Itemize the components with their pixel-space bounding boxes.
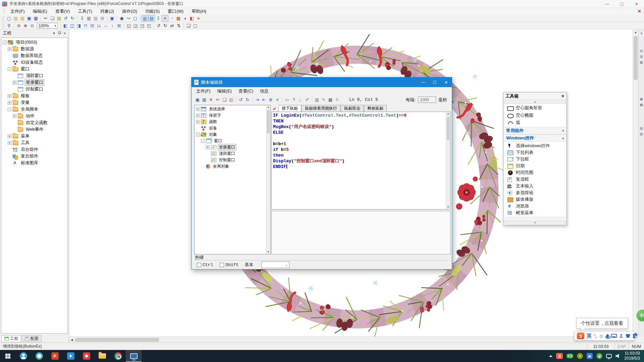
- collapse-icon[interactable]: -: [8, 67, 11, 71]
- project-tree-item-8[interactable]: +模板: [1, 93, 67, 99]
- bring-front-button[interactable]: ◱: [125, 22, 132, 29]
- taskbar-app-contacts[interactable]: [15, 350, 31, 362]
- sogou-logo-icon[interactable]: S: [577, 333, 584, 339]
- panel-tab-config[interactable]: 配置: [22, 335, 42, 342]
- minimize-button[interactable]: —: [600, 0, 614, 8]
- outdent-button[interactable]: ⇤: [261, 97, 267, 103]
- script-redo-button[interactable]: ↻: [244, 97, 251, 103]
- toolbox-control-6[interactable]: 文本输入: [504, 183, 566, 189]
- zoom-out-button[interactable]: ⊖: [15, 22, 22, 29]
- pin-view-button[interactable]: ⚲: [6, 22, 12, 29]
- script-tree-item-8[interactable]: 控制窗口: [195, 157, 270, 163]
- package-button[interactable]: ▩: [175, 15, 182, 21]
- toolbox-section-windows[interactable]: Windows控件 ▴: [503, 134, 567, 142]
- emoji-icon[interactable]: ☺: [599, 334, 604, 339]
- same-height-button[interactable]: ↕: [109, 22, 116, 29]
- code-line[interactable]: MsgBox("用户名或密码错误"): [273, 124, 445, 130]
- dock-tool-6[interactable]: ▨: [640, 126, 643, 130]
- expand-icon[interactable]: +: [196, 120, 200, 124]
- tree-scrollbar[interactable]: ▲ ▼: [266, 105, 270, 254]
- toolbox-control-2[interactable]: 下拉框: [504, 156, 566, 163]
- dock-tool-7[interactable]: ▧: [640, 132, 643, 136]
- collapse-icon[interactable]: -: [8, 108, 11, 111]
- script-cut-button[interactable]: ✂: [214, 97, 221, 103]
- panel-pin-icon[interactable]: [57, 31, 62, 36]
- code-line[interactable]: Display("控制窗口and顶部窗口"): [273, 158, 445, 164]
- dock-scroll-up[interactable]: ▴: [640, 31, 642, 35]
- ime-punctuation-toggle[interactable]: ’,: [594, 334, 596, 339]
- event-tab-3[interactable]: 释放鼠标: [364, 105, 387, 112]
- taskbar-app-video[interactable]: [63, 350, 78, 362]
- script-save-button[interactable]: ▣: [194, 97, 201, 103]
- dialog-maximize-button[interactable]: ☐: [429, 77, 440, 87]
- taskbar-app-media[interactable]: [78, 350, 94, 362]
- dialog-menu-item-3[interactable]: 信息: [257, 88, 272, 94]
- run-system-button[interactable]: ▣: [109, 15, 115, 21]
- grid-button[interactable]: ⊞: [99, 15, 106, 21]
- run-script-button[interactable]: ↯: [334, 97, 340, 103]
- project-tree-item-0[interactable]: -项目(0503): [1, 39, 67, 46]
- window-preview-button[interactable]: ▢: [132, 15, 139, 21]
- shift-checkbox[interactable]: [220, 263, 224, 267]
- copy-button[interactable]: ❏: [49, 15, 56, 21]
- script-undo-button[interactable]: ↺: [237, 97, 244, 103]
- project-tree-item-13[interactable]: Web事件: [1, 126, 67, 133]
- zoom-fit-button[interactable]: ⊙: [29, 22, 36, 29]
- script-tree-item-1[interactable]: +保留字: [195, 112, 270, 119]
- variable-table-button[interactable]: ▦: [86, 15, 92, 21]
- menu-item-8[interactable]: 帮助(H): [187, 8, 210, 15]
- palette-button[interactable]: ◕: [182, 15, 189, 21]
- panel-properties-button[interactable]: ▤: [148, 15, 155, 21]
- event-tab-2[interactable]: 鼠标双击: [341, 105, 364, 112]
- ctrl-checkbox[interactable]: [197, 263, 201, 267]
- tray-speedup-icon[interactable]: +: [577, 353, 583, 359]
- tray-browser-icon[interactable]: e: [596, 353, 602, 359]
- toolbox-shape-2[interactable]: 弧: [504, 119, 566, 126]
- taskbar-app-chrome[interactable]: [110, 350, 126, 362]
- scroll-up-icon[interactable]: ▲: [633, 29, 638, 35]
- project-tree-item-1[interactable]: +数据源: [1, 46, 67, 52]
- align-middle-button[interactable]: ⊟: [89, 22, 96, 29]
- panel-dropdown-icon[interactable]: ▼: [51, 31, 57, 36]
- code-line[interactable]: IF LoginEx(#TextControl.Text,#TextContro…: [273, 113, 445, 118]
- toolbox-shape-1[interactable]: 空心椭圆: [504, 112, 566, 119]
- menu-item-5[interactable]: 操作(O): [118, 8, 141, 15]
- tray-sogou-icon[interactable]: S: [556, 353, 563, 359]
- ungroup-button[interactable]: ▢: [192, 22, 199, 29]
- tray-volume-icon[interactable]: [615, 354, 620, 358]
- dock-tool-2[interactable]: ▥: [640, 55, 643, 59]
- flip-horizontal-button[interactable]: ⇄: [169, 22, 175, 29]
- toolbox-control-4[interactable]: 时间范围: [504, 169, 566, 176]
- project-tree-item-11[interactable]: +动作: [1, 113, 67, 119]
- script-tree-item-5[interactable]: -窗口: [195, 138, 270, 144]
- import-button[interactable]: ↧: [79, 15, 86, 21]
- align-right-button[interactable]: ◨: [75, 22, 82, 29]
- expand-icon[interactable]: +: [8, 94, 11, 98]
- code-line[interactable]: ENDIF: [273, 164, 445, 170]
- toolbox-control-10[interactable]: 树形菜单: [504, 209, 566, 216]
- code-line[interactable]: [273, 135, 445, 141]
- save-button[interactable]: ▣: [26, 15, 33, 21]
- project-tree-item-6[interactable]: +登录窗口: [1, 79, 67, 86]
- canvas-vertical-scrollbar[interactable]: ▲ ▼: [633, 29, 638, 337]
- code-line[interactable]: b=b+1: [273, 141, 445, 147]
- project-tree-item-5[interactable]: 顶部窗口: [1, 72, 67, 79]
- script-delete-button[interactable]: ✕: [208, 97, 214, 103]
- taskbar-clock[interactable]: 11:03:03 2019/5/3: [623, 350, 644, 362]
- toolbox-scroll-down[interactable]: ▾: [504, 221, 566, 225]
- script-tree-item-6[interactable]: +登录窗口: [195, 144, 270, 150]
- syntax-pick-button[interactable]: ✐: [304, 97, 311, 103]
- toolbox-shape-0[interactable]: 空心圆角矩形: [504, 104, 566, 112]
- skin-shirt-icon[interactable]: [626, 334, 631, 338]
- panel-tab-project[interactable]: 工程: [1, 335, 21, 342]
- move-backward-button[interactable]: ◰: [146, 22, 152, 29]
- canvas-horizontal-scrollbar[interactable]: ◀: [69, 337, 633, 343]
- dock-tool-4[interactable]: ▣: [640, 97, 643, 101]
- toolbox-control-7[interactable]: 多选按钮: [504, 189, 566, 196]
- document-close-icon[interactable]: ✕: [638, 8, 641, 15]
- toolbox-control-9[interactable]: 浏览器: [504, 203, 566, 209]
- expand-icon[interactable]: +: [8, 47, 11, 51]
- keyboard-icon[interactable]: [611, 334, 617, 338]
- project-tree-item-9[interactable]: +变量: [1, 99, 67, 106]
- script-copy-button[interactable]: ❏: [221, 97, 228, 103]
